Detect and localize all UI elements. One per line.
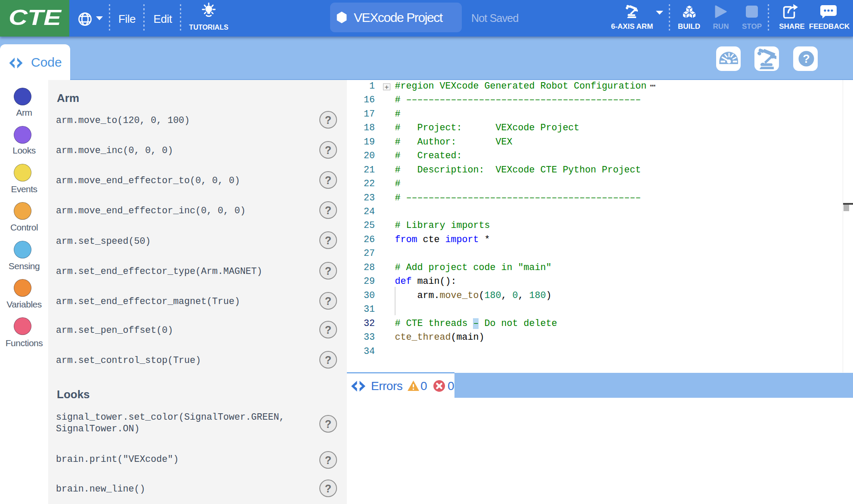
svg-text:?: ?: [803, 52, 810, 65]
